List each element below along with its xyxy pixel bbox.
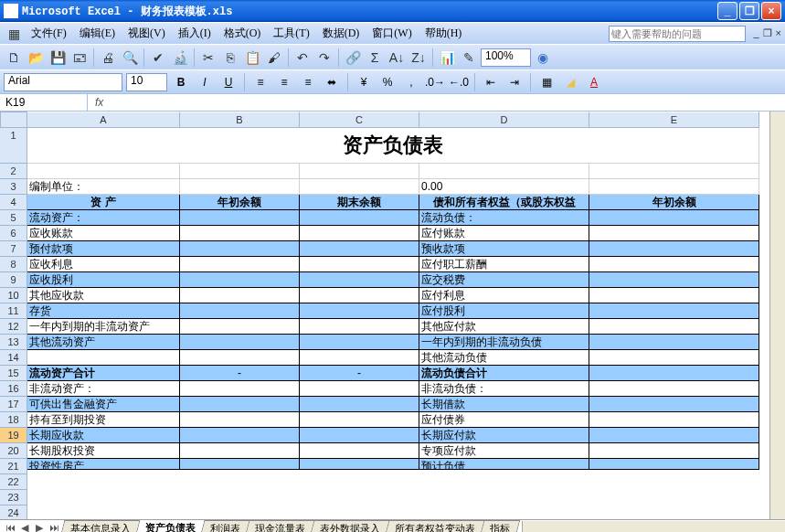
- bold-button[interactable]: B: [171, 73, 191, 91]
- cell[interactable]: 一年内到期的非流动负债: [419, 335, 589, 350]
- align-center-button[interactable]: ≡: [274, 73, 294, 91]
- cell[interactable]: [300, 428, 419, 443]
- row-header[interactable]: 24: [0, 505, 27, 519]
- print-button[interactable]: 🖨: [98, 48, 118, 68]
- cell[interactable]: [180, 257, 300, 272]
- new-button[interactable]: 🗋: [4, 48, 24, 68]
- cell[interactable]: [589, 412, 759, 428]
- cell[interactable]: [589, 303, 759, 319]
- cell[interactable]: [589, 272, 759, 288]
- cell[interactable]: [300, 272, 419, 288]
- sheet-tab[interactable]: 现金流量表: [245, 520, 316, 533]
- row-header[interactable]: 13: [0, 335, 27, 350]
- row-header[interactable]: 20: [0, 443, 27, 459]
- column-header-D[interactable]: D: [419, 112, 589, 128]
- sheet-tab[interactable]: 利润表: [200, 520, 251, 533]
- cell[interactable]: 债和所有者权益（或股东权益: [419, 195, 589, 210]
- row-header[interactable]: 8: [0, 257, 27, 272]
- sheet-tab[interactable]: 基本信息录入: [60, 520, 142, 533]
- row-header[interactable]: 7: [0, 241, 27, 257]
- sheet-tab[interactable]: 表外数据录入: [310, 520, 391, 533]
- comma-button[interactable]: ,: [401, 73, 421, 91]
- cell[interactable]: 应付职工薪酬: [419, 257, 589, 272]
- cell[interactable]: [180, 412, 300, 428]
- mdi-minimize-button[interactable]: _: [753, 27, 758, 39]
- cell[interactable]: 非流动资产：: [27, 381, 180, 397]
- menu-tools[interactable]: 工具(T): [268, 24, 314, 43]
- row-header[interactable]: 4: [0, 195, 27, 210]
- cell[interactable]: 非流动负债：: [419, 381, 589, 397]
- cell[interactable]: [180, 443, 300, 459]
- cell[interactable]: 0.00: [419, 179, 589, 195]
- cell[interactable]: [180, 272, 300, 288]
- column-header-B[interactable]: B: [180, 112, 300, 128]
- cell[interactable]: [589, 366, 759, 381]
- cut-button[interactable]: ✂: [198, 48, 218, 68]
- menu-view[interactable]: 视图(V): [122, 24, 171, 43]
- cell[interactable]: 流动资产合计: [27, 366, 180, 381]
- row-header[interactable]: 11: [0, 303, 27, 319]
- cell[interactable]: 长期应付款: [419, 428, 589, 443]
- autosum-button[interactable]: Σ: [365, 48, 385, 68]
- cell[interactable]: [589, 443, 759, 459]
- column-header-C[interactable]: C: [300, 112, 419, 128]
- menu-help[interactable]: 帮助(H): [419, 24, 468, 43]
- copy-button[interactable]: ⎘: [220, 48, 240, 68]
- cell[interactable]: 年初余额: [589, 195, 759, 210]
- cell[interactable]: 长期应收款: [27, 428, 180, 443]
- cell[interactable]: [180, 288, 300, 303]
- cell[interactable]: [589, 210, 759, 226]
- row-header[interactable]: 6: [0, 226, 27, 241]
- cell[interactable]: 其他应付款: [419, 319, 589, 335]
- cell[interactable]: [589, 350, 759, 366]
- fx-icon[interactable]: fx: [88, 96, 111, 109]
- sheet-tab[interactable]: 资产负债表: [135, 520, 207, 533]
- cell[interactable]: 应付股利: [419, 303, 589, 319]
- percent-button[interactable]: %: [377, 73, 398, 91]
- cell[interactable]: [589, 257, 759, 272]
- tab-last-button[interactable]: ⏭: [48, 522, 60, 532]
- tab-prev-button[interactable]: ◀: [18, 522, 31, 532]
- redo-button[interactable]: ↷: [314, 48, 334, 68]
- row-header[interactable]: 18: [0, 412, 27, 428]
- align-left-button[interactable]: ≡: [250, 73, 271, 91]
- row-header[interactable]: 2: [0, 164, 27, 179]
- format-painter-button[interactable]: 🖌: [264, 48, 284, 68]
- cell[interactable]: [300, 412, 419, 428]
- cell[interactable]: [589, 319, 759, 335]
- cell[interactable]: 应收账款: [27, 226, 180, 241]
- cell[interactable]: 存货: [27, 303, 180, 319]
- cell[interactable]: [300, 303, 419, 319]
- close-button[interactable]: ×: [761, 2, 781, 20]
- menu-file[interactable]: 文件(F): [26, 24, 72, 43]
- tab-next-button[interactable]: ▶: [33, 522, 46, 532]
- name-box[interactable]: K19: [0, 94, 88, 111]
- tab-first-button[interactable]: ⏮: [4, 522, 16, 532]
- cell[interactable]: 投资性房产: [27, 459, 180, 470]
- cell[interactable]: [300, 459, 419, 470]
- cell[interactable]: [180, 381, 300, 397]
- currency-button[interactable]: ¥: [354, 73, 374, 91]
- cell[interactable]: [589, 397, 759, 412]
- sort-desc-button[interactable]: Z↓: [408, 48, 429, 68]
- cell[interactable]: [589, 241, 759, 257]
- cell[interactable]: 流动负债合计: [419, 366, 589, 381]
- sort-asc-button[interactable]: A↓: [387, 48, 407, 68]
- cell[interactable]: [589, 335, 759, 350]
- column-header-E[interactable]: E: [589, 112, 759, 128]
- cell[interactable]: 应付利息: [419, 288, 589, 303]
- cell[interactable]: [300, 257, 419, 272]
- cell[interactable]: 长期股权投资: [27, 443, 180, 459]
- cell[interactable]: [419, 164, 589, 179]
- cell[interactable]: -: [300, 366, 419, 381]
- cell[interactable]: [300, 210, 419, 226]
- menu-data[interactable]: 数据(D): [317, 24, 366, 43]
- row-header[interactable]: 22: [0, 474, 27, 490]
- borders-button[interactable]: ▦: [536, 73, 557, 91]
- cell[interactable]: [300, 241, 419, 257]
- cell[interactable]: [180, 459, 300, 470]
- cell[interactable]: [180, 241, 300, 257]
- underline-button[interactable]: U: [218, 73, 239, 91]
- cell[interactable]: -: [180, 366, 300, 381]
- row-header[interactable]: 10: [0, 288, 27, 303]
